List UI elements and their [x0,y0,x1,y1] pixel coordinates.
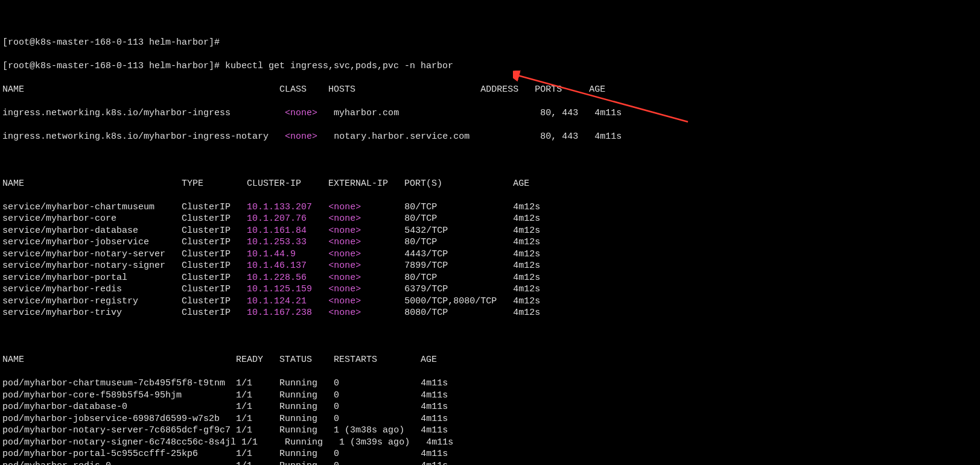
svc-name: service/myharbor-registry [2,296,182,306]
pod-age: 4m11s [421,425,448,435]
svc-ip: 10.1.133.207 [247,202,328,212]
pod-status: Running [279,425,334,435]
svc-row: service/myharbor-jobservice ClusterIP 10… [2,236,978,248]
svc-ports: 80/TCP [404,237,513,247]
pod-age: 4m11s [421,390,448,400]
pod-restarts: 0 [334,461,421,466]
svc-type: ClusterIP [182,261,247,271]
pod-age: 4m11s [421,378,448,388]
pod-ready: 1/1 [236,402,279,412]
svc-ports: 5000/TCP,8080/TCP [404,296,513,306]
svc-ports: 7899/TCP [404,261,513,271]
svc-external-ip: <none> [328,214,404,224]
svc-ip: 10.1.253.33 [247,237,328,247]
pod-name: pod/myharbor-notary-server-7c6865dcf-gf9… [2,425,236,435]
pod-status: Running [279,449,334,459]
pod-age: 4m11s [421,449,448,459]
svc-name: service/myharbor-portal [2,273,182,283]
svc-type: ClusterIP [182,249,247,259]
svc-name: service/myharbor-jobservice [2,237,182,247]
pod-status: Running [279,402,334,412]
svc-name: service/myharbor-chartmuseum [2,202,182,212]
svc-row: service/myharbor-portal ClusterIP 10.1.2… [2,272,978,284]
svc-external-ip: <none> [328,308,404,318]
pod-status: Running [279,378,334,388]
svc-ports: 5432/TCP [404,226,513,236]
pod-ready: 1/1 [236,449,279,459]
svc-row: service/myharbor-core ClusterIP 10.1.207… [2,213,978,225]
svc-type: ClusterIP [182,226,247,236]
svc-type: ClusterIP [182,202,247,212]
pod-age: 4m11s [426,437,453,448]
pod-row: pod/myharbor-chartmuseum-7cb495f5f8-t9tn… [2,378,978,390]
svc-age: 4m12s [513,237,540,247]
pod-age: 4m11s [421,414,448,424]
svc-external-ip: <none> [328,226,404,236]
svc-row: service/myharbor-redis ClusterIP 10.1.12… [2,283,978,296]
svc-ports: 6379/TCP [404,284,513,294]
svc-row: service/myharbor-notary-server ClusterIP… [2,248,978,261]
svc-type: ClusterIP [182,296,247,306]
svc-name: service/myharbor-notary-signer [2,261,182,271]
pod-restarts: 0 [334,414,421,424]
prompt: [root@k8s-master-168-0-113 helm-harbor]# [2,61,225,71]
svc-age: 4m12s [513,284,540,294]
svc-type: ClusterIP [182,273,247,283]
svc-row: service/myharbor-chartmuseum ClusterIP 1… [2,201,978,214]
svc-external-ip: <none> [328,237,404,247]
svc-ports: 80/TCP [404,273,513,283]
pod-status: Running [279,414,334,424]
pod-restarts: 0 [334,390,421,400]
svc-row: service/myharbor-registry ClusterIP 10.1… [2,296,978,308]
pod-name: pod/myharbor-redis-0 [2,461,236,466]
pod-row: pod/myharbor-portal-5c955ccfff-25kp6 1/1… [2,448,978,460]
svc-ip: 10.1.44.9 [247,249,328,259]
prompt: [root@k8s-master-168-0-113 helm-harbor]# [2,37,220,48]
svc-row: service/myharbor-notary-signer ClusterIP… [2,260,978,272]
svc-age: 4m12s [513,202,540,212]
svc-ip: 10.1.46.137 [247,261,328,271]
ingress-header: NAME CLASS HOSTS ADDRESS PORTS AGE [2,84,978,96]
pod-restarts: 0 [334,378,421,388]
svc-row: service/myharbor-database ClusterIP 10.1… [2,225,978,237]
ingress-row-1: ingress.networking.k8s.io/myharbor-ingre… [2,131,978,143]
svc-name: service/myharbor-redis [2,284,182,294]
svc-type: ClusterIP [182,214,247,224]
svc-age: 4m12s [513,273,540,283]
svc-name: service/myharbor-trivy [2,308,182,318]
svc-external-ip: <none> [328,273,404,283]
svc-age: 4m12s [513,214,540,224]
svc-ports: 8080/TCP [404,308,513,318]
svc-ip: 10.1.167.238 [247,308,328,318]
command-line: [root@k8s-master-168-0-113 helm-harbor]#… [2,60,978,72]
svc-ip: 10.1.124.21 [247,296,328,306]
svc-age: 4m12s [513,308,540,318]
svc-external-ip: <none> [328,202,404,212]
svc-ip: 10.1.125.159 [247,284,328,294]
pod-name: pod/myharbor-portal-5c955ccfff-25kp6 [2,449,236,459]
svc-external-ip: <none> [328,284,404,294]
terminal[interactable]: [root@k8s-master-168-0-113 helm-harbor]#… [0,24,980,465]
blank-line [2,331,978,343]
svc-header: NAME TYPE CLUSTER-IP EXTERNAL-IP PORT(S)… [2,178,978,190]
pod-ready: 1/1 [236,390,279,400]
svc-ports: 4443/TCP [404,249,513,259]
pod-row: pod/myharbor-redis-0 1/1 Running 0 4m11s [2,460,978,466]
pod-row: pod/myharbor-jobservice-69987d6599-w7s2b… [2,413,978,425]
svc-row: service/myharbor-trivy ClusterIP 10.1.16… [2,307,978,319]
pod-name: pod/myharbor-database-0 [2,402,236,412]
pod-ready: 1/1 [236,378,279,388]
svc-ip: 10.1.207.76 [247,214,328,224]
pod-restarts: 0 [334,402,421,412]
pod-status: Running [279,461,334,466]
pod-row: pod/myharbor-notary-signer-6c748cc56c-8s… [2,437,978,449]
svc-age: 4m12s [513,261,540,271]
svc-type: ClusterIP [182,284,247,294]
svc-age: 4m12s [513,296,540,306]
pod-age: 4m11s [421,402,448,412]
svc-name: service/myharbor-core [2,214,182,224]
svc-ports: 80/TCP [404,214,513,224]
pod-restarts: 1 (3m39s ago) [339,437,426,448]
pod-age: 4m11s [421,461,448,466]
svc-age: 4m12s [513,226,540,236]
